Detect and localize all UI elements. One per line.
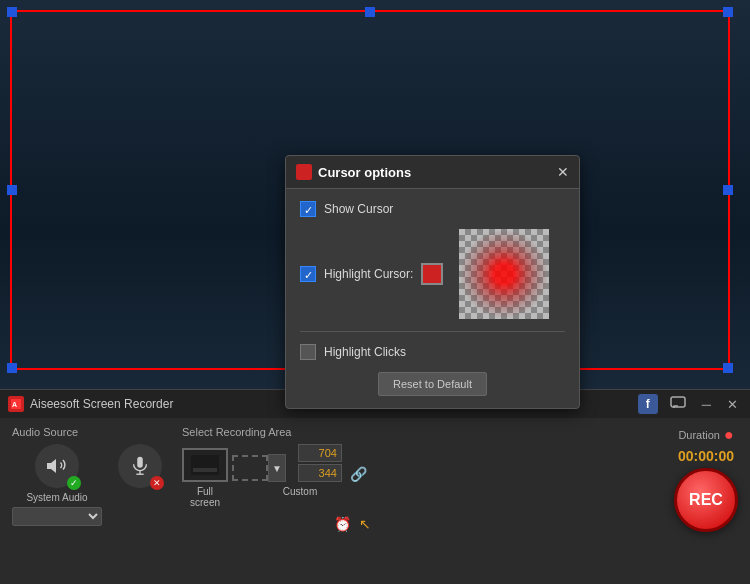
titlebar-right: f ─ ✕	[638, 394, 742, 414]
handle-middle-right[interactable]	[723, 185, 733, 195]
show-cursor-label: Show Cursor	[324, 202, 393, 216]
handle-top-right[interactable]	[723, 7, 733, 17]
audio-source-section: Audio Source ✓ System Audio	[12, 426, 162, 532]
highlight-clicks-checkbox[interactable]	[300, 344, 316, 360]
dialog-body: Show Cursor Highlight Cursor: Highlight …	[286, 189, 579, 408]
handle-bottom-left[interactable]	[7, 363, 17, 373]
fullscreen-label: Full screen	[182, 486, 228, 508]
highlight-color-swatch[interactable]	[421, 263, 443, 285]
show-cursor-checkbox[interactable]	[300, 201, 316, 217]
duration-time: 00:00:00	[678, 448, 734, 464]
system-audio-dropdown[interactable]	[12, 507, 102, 526]
link-dimensions-icon[interactable]: 🔗	[346, 466, 371, 482]
rec-button[interactable]: REC	[674, 468, 738, 532]
handle-bottom-right[interactable]	[723, 363, 733, 373]
recording-area-label: Select Recording Area	[182, 426, 371, 438]
custom-dropdown-arrow[interactable]: ▼	[268, 454, 286, 482]
dialog-app-icon	[296, 164, 312, 180]
system-audio-label: System Audio	[26, 492, 87, 503]
toolbar-content: Audio Source ✓ System Audio	[0, 418, 750, 540]
height-input[interactable]: 344	[298, 464, 342, 482]
duration-label: Duration	[678, 429, 720, 441]
show-cursor-checkmark	[304, 200, 313, 218]
app-icon: A	[8, 396, 24, 412]
dialog-titlebar: Cursor options ✕	[286, 156, 579, 189]
width-input[interactable]: 704	[298, 444, 342, 462]
custom-label: Custom	[282, 486, 318, 508]
handle-top-center[interactable]	[365, 7, 375, 17]
audio-icons: ✓ System Audio ✕	[12, 444, 162, 526]
glow-overlay	[459, 229, 549, 319]
custom-area-group: ▼	[232, 454, 286, 482]
close-button[interactable]: ✕	[723, 397, 742, 412]
chat-icon-button[interactable]	[666, 396, 690, 413]
dialog-close-button[interactable]: ✕	[557, 164, 569, 180]
toolbar: A Aiseesoft Screen Recorder f ─ ✕ Audio …	[0, 389, 750, 584]
highlight-cursor-label: Highlight Cursor:	[324, 267, 413, 281]
app-icon-svg: A	[11, 399, 21, 409]
cursor-options-dialog: Cursor options ✕ Show Cursor Highlight C…	[285, 155, 580, 409]
rec-area-row: ▼ 704 344 🔗	[182, 444, 371, 482]
alarm-icon[interactable]: ⏰	[334, 516, 351, 532]
dialog-title-text: Cursor options	[318, 165, 411, 180]
system-audio-button[interactable]: ✓	[35, 444, 79, 488]
custom-area-button[interactable]	[232, 455, 268, 481]
mic-cross: ✕	[150, 476, 164, 490]
svg-rect-7	[193, 468, 217, 472]
highlight-cursor-checkmark	[304, 265, 313, 283]
svg-text:A: A	[12, 401, 17, 408]
area-labels-row: Full screen Custom	[182, 486, 371, 508]
custom-icon	[232, 455, 268, 481]
dimension-inputs: 704 344	[298, 444, 342, 482]
recording-area-section: Select Recording Area	[182, 426, 371, 532]
highlight-clicks-label: Highlight Clicks	[324, 345, 406, 359]
mic-icon	[129, 455, 151, 477]
duration-rec-section: Duration ● 00:00:00 REC	[674, 426, 738, 532]
fullscreen-icon	[182, 448, 228, 482]
custom-icon-wrap: ▼	[232, 454, 286, 482]
cursor-icon[interactable]: ↖	[359, 516, 371, 532]
handle-top-left[interactable]	[7, 7, 17, 17]
svg-rect-3	[137, 457, 143, 468]
mic-button[interactable]: ✕	[118, 444, 162, 488]
show-cursor-row: Show Cursor	[300, 201, 565, 217]
system-audio-check: ✓	[67, 476, 81, 490]
titlebar-title: Aiseesoft Screen Recorder	[30, 397, 173, 411]
highlight-clicks-row: Highlight Clicks	[300, 344, 565, 360]
reset-to-default-button[interactable]: Reset to Default	[378, 372, 487, 396]
dialog-title-left: Cursor options	[296, 164, 411, 180]
handle-middle-left[interactable]	[7, 185, 17, 195]
highlight-cursor-checkbox[interactable]	[300, 266, 316, 282]
duration-dot: ●	[724, 426, 734, 444]
fullscreen-button[interactable]	[182, 448, 228, 482]
speaker-icon	[45, 454, 69, 478]
dialog-divider	[300, 331, 565, 332]
bottom-icons: ⏰ ↖	[334, 516, 371, 532]
facebook-icon[interactable]: f	[638, 394, 658, 414]
highlight-preview	[459, 229, 549, 319]
highlight-cursor-row: Highlight Cursor:	[300, 229, 565, 319]
minimize-button[interactable]: ─	[698, 397, 715, 412]
titlebar-left: A Aiseesoft Screen Recorder	[8, 396, 173, 412]
audio-section-label: Audio Source	[12, 426, 162, 438]
